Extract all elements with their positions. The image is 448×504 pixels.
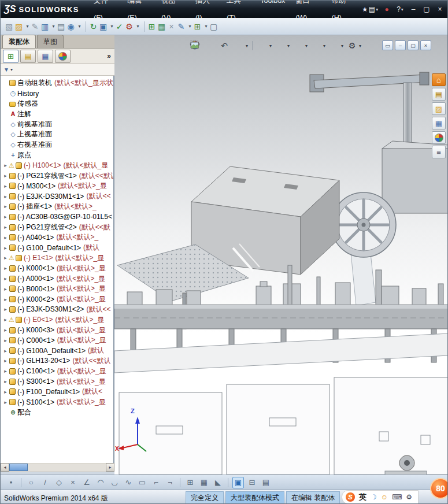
- tree-item[interactable]: ▸(-) A040<1>(默认<默认>_: [1, 232, 113, 243]
- expander-icon[interactable]: ▸: [2, 203, 9, 209]
- tree-item[interactable]: ◇右视基准面: [1, 140, 113, 150]
- caret-icon[interactable]: ▾: [269, 43, 272, 49]
- tree-item[interactable]: ▸(-) G100_Default<1>(默认: [1, 243, 113, 253]
- appearances-icon[interactable]: [432, 131, 446, 144]
- scroll-right-icon[interactable]: ▸: [106, 463, 114, 472]
- design-library-icon[interactable]: ▤: [432, 88, 446, 101]
- view-palette-icon[interactable]: ▦: [432, 117, 446, 129]
- section-view-icon[interactable]: [233, 40, 245, 51]
- print-icon[interactable]: ▤: [58, 23, 64, 29]
- tree-item[interactable]: ▸(-) K000<2>(默认<默认>_显: [1, 294, 113, 305]
- featuremanager-tab[interactable]: ⊞: [3, 50, 18, 63]
- expander-icon[interactable]: ▸: [2, 358, 9, 364]
- expander-icon[interactable]: ▸: [2, 338, 9, 343]
- expander-icon[interactable]: ▸: [2, 162, 9, 168]
- hide-show-items-icon[interactable]: [293, 40, 304, 51]
- trim-icon[interactable]: ×: [67, 477, 79, 488]
- polygon-icon[interactable]: ◇: [53, 477, 65, 488]
- tree-item[interactable]: ▸(-) K000<1>(默认<默认>_显: [1, 263, 113, 273]
- propertymanager-tab[interactable]: ▤: [20, 50, 36, 63]
- expander-icon[interactable]: ▸: [2, 297, 9, 302]
- help-icon[interactable]: ?▾: [394, 3, 406, 15]
- tree-item[interactable]: ▸(-) C000<1>(默认<默认>_显: [1, 335, 113, 346]
- search-star-icon[interactable]: ★: [362, 1, 368, 18]
- tree-item[interactable]: ▸(-) E3JK-DS30M1<2>(默认<<: [1, 305, 113, 315]
- displaymanager-tab[interactable]: [55, 50, 71, 63]
- ime-toolbar[interactable]: S 英 ☽☺⌨⚙: [342, 490, 419, 504]
- new-doc-icon[interactable]: ▤▾: [368, 3, 379, 15]
- close-icon[interactable]: ×: [434, 3, 446, 15]
- home-icon[interactable]: ⌂: [432, 73, 446, 86]
- expander-icon[interactable]: ▸: [2, 348, 9, 354]
- tree-item[interactable]: ◇上视基准面: [1, 129, 113, 140]
- scroll-left-icon[interactable]: ◂: [1, 463, 9, 472]
- find-icon[interactable]: ◉: [68, 23, 74, 29]
- expander-icon[interactable]: ▸: [2, 368, 9, 374]
- graphics-viewport[interactable]: ↶ ▾ ▾ ▾ ▾ ▾ ▾ ⚙▾ ▭–▢× Z X: [114, 35, 448, 475]
- expander-icon[interactable]: ▸: [2, 306, 9, 312]
- scroll-track[interactable]: [28, 464, 106, 471]
- expander-icon[interactable]: ▸: [2, 317, 9, 323]
- selection-filter-icon[interactable]: ▥: [42, 23, 48, 29]
- tree-item[interactable]: ▸(-) K000<3>(默认<默认>_显: [1, 325, 113, 335]
- corner2-icon[interactable]: ¬: [164, 477, 176, 488]
- save-icon[interactable]: ▣: [100, 23, 106, 29]
- caret-icon[interactable]: ▾: [305, 43, 308, 49]
- tree-item[interactable]: ▸⚠(-) H100<1>(默认<默认_显: [1, 160, 113, 171]
- caret-icon[interactable]: ▾: [77, 24, 82, 29]
- expand-panel-button[interactable]: »: [107, 52, 111, 60]
- tree-item[interactable]: ▸(-) C100<1>(默认<默认>_显: [1, 366, 113, 376]
- moon-icon[interactable]: ☽: [371, 493, 377, 501]
- expander-icon[interactable]: ▸: [2, 245, 9, 251]
- rectangle-icon[interactable]: ▭: [136, 477, 148, 488]
- caret-icon[interactable]: ▾: [25, 24, 30, 29]
- tree-item[interactable]: 传感器: [1, 99, 113, 109]
- tree-item[interactable]: ▸⚠(-) E1<1>(默认<默认>_显: [1, 253, 113, 264]
- expander-icon[interactable]: ▸: [2, 389, 9, 395]
- configurationmanager-tab[interactable]: ▦: [38, 50, 53, 63]
- emoji-icon[interactable]: ☺: [381, 493, 388, 501]
- custom-properties-icon[interactable]: ≡: [432, 146, 446, 158]
- caret-icon[interactable]: ▾: [341, 43, 343, 49]
- edit-appearance-icon[interactable]: [310, 40, 322, 51]
- filter-funnel-icon[interactable]: ▼: [3, 66, 9, 73]
- expander-icon[interactable]: ▸: [2, 183, 9, 189]
- ime-mode-label[interactable]: 英: [359, 492, 366, 502]
- display-style-icon[interactable]: [275, 40, 286, 51]
- expander-icon[interactable]: ▸: [2, 265, 9, 271]
- tree-item[interactable]: ▸(-) B000<1>(默认<默认>_显: [1, 284, 113, 294]
- zoom-area-icon[interactable]: [204, 40, 216, 51]
- caret-icon[interactable]: ▾: [287, 43, 290, 49]
- caret-icon[interactable]: ▾: [203, 24, 209, 29]
- window-split-icon[interactable]: ⊟: [246, 477, 258, 488]
- tree-item[interactable]: ▸(-) PG21穿线管<1>(默认<<默认: [1, 171, 113, 181]
- pattern-icon[interactable]: ⊞: [184, 477, 196, 488]
- tree-item[interactable]: +原点: [1, 150, 113, 161]
- maximize-icon[interactable]: ▢: [421, 3, 432, 15]
- hatch-icon[interactable]: ▦: [198, 477, 210, 488]
- expander-icon[interactable]: ▸: [2, 286, 9, 292]
- angle-line-icon[interactable]: ∠: [81, 477, 92, 488]
- corner-icon[interactable]: ⌐: [150, 477, 162, 488]
- expander-icon[interactable]: ▸: [2, 327, 9, 333]
- tree-item[interactable]: ⊚配合: [1, 407, 113, 418]
- tree-item[interactable]: ▸(-) S300<1>(默认<默认>_显: [1, 376, 113, 387]
- tree-root[interactable]: 自动组装机(默认<默认_显示状: [1, 78, 113, 88]
- open-icon[interactable]: ▨: [16, 23, 22, 29]
- tree-item[interactable]: A注解: [1, 109, 113, 119]
- tree-item[interactable]: ▸(-) GLH13-20<1>(默认<<默认: [1, 356, 113, 366]
- table-icon[interactable]: ▤: [260, 477, 272, 488]
- tree-item[interactable]: ▸(-) PG21穿线管<2>(默认<<默: [1, 222, 113, 232]
- minimize-icon[interactable]: –: [408, 3, 419, 15]
- expander-icon[interactable]: ▸: [2, 255, 9, 261]
- expander-icon[interactable]: ▸: [2, 194, 9, 199]
- doc-cascade-icon[interactable]: ▭: [382, 40, 393, 50]
- doc-close-icon[interactable]: ×: [420, 40, 431, 50]
- select-point-icon[interactable]: ▪: [5, 477, 17, 488]
- grid-system-icon[interactable]: ⊞: [194, 23, 201, 29]
- tree-item[interactable]: ◇前视基准面: [1, 119, 113, 129]
- arc-icon[interactable]: ◠: [95, 477, 106, 488]
- document-icon[interactable]: ▢: [210, 23, 217, 29]
- caret-icon[interactable]: ▾: [135, 24, 140, 29]
- options-gear-icon[interactable]: ⚙: [126, 23, 132, 29]
